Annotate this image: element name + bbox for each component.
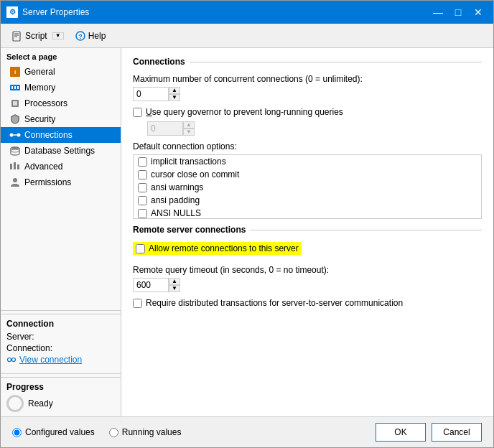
remote-section-line bbox=[250, 230, 482, 230]
max-connections-input-group: ▲ ▼ bbox=[133, 87, 482, 101]
help-label: Help bbox=[88, 31, 106, 41]
sidebar-item-permissions[interactable]: Permissions bbox=[1, 174, 121, 190]
connection-section-title: Connection bbox=[6, 319, 115, 329]
list-item: cursor close on commit bbox=[134, 168, 481, 181]
remote-timeout-input[interactable] bbox=[133, 278, 169, 292]
query-governor-input-group: ▲ ▼ bbox=[147, 121, 482, 136]
remote-section-header: Remote server connections bbox=[133, 225, 482, 235]
progress-title: Progress bbox=[6, 382, 115, 392]
connection-row: Connection: bbox=[6, 343, 115, 353]
allow-remote-label: Allow remote connections to this server bbox=[149, 243, 299, 253]
bottom-bar: Configured values Running values OK Canc… bbox=[1, 416, 493, 447]
main-content: Select a page i General Memory Processor… bbox=[1, 48, 493, 416]
svg-rect-13 bbox=[13, 101, 17, 106]
distributed-transactions-checkbox-row: Require distributed transactions for ser… bbox=[133, 298, 482, 308]
script-dropdown-arrow[interactable]: ▼ bbox=[52, 32, 64, 39]
remote-timeout-input-group: ▲ ▼ bbox=[133, 278, 482, 292]
svg-point-23 bbox=[8, 358, 11, 362]
sidebar-label-general: General bbox=[24, 67, 55, 77]
view-connection-row[interactable]: View connection bbox=[6, 355, 115, 365]
server-label: Server: bbox=[6, 332, 34, 342]
cancel-button[interactable]: Cancel bbox=[432, 423, 482, 442]
remote-timeout-label: Remote query timeout (in seconds, 0 = no… bbox=[133, 265, 482, 275]
sidebar-label-permissions: Permissions bbox=[24, 177, 71, 187]
cursor-close-checkbox[interactable] bbox=[138, 170, 147, 179]
query-governor-input[interactable] bbox=[147, 121, 183, 136]
default-connection-label: Default connection options: bbox=[133, 141, 482, 151]
advanced-icon bbox=[9, 161, 21, 172]
script-icon bbox=[11, 30, 23, 42]
sidebar: Select a page i General Memory Processor… bbox=[1, 48, 121, 416]
svg-rect-21 bbox=[17, 164, 19, 169]
svg-text:?: ? bbox=[78, 33, 83, 40]
connection-options-listbox[interactable]: implicit transactions cursor close on co… bbox=[133, 154, 482, 219]
sidebar-item-security[interactable]: Security bbox=[1, 111, 121, 127]
processors-icon bbox=[9, 98, 21, 109]
max-connections-input[interactable] bbox=[133, 87, 169, 101]
query-governor-down[interactable]: ▼ bbox=[183, 129, 195, 136]
svg-rect-9 bbox=[11, 86, 13, 89]
running-values-radio[interactable] bbox=[109, 428, 118, 437]
svg-point-24 bbox=[12, 358, 16, 362]
ansi-padding-checkbox[interactable] bbox=[138, 196, 147, 205]
title-bar-controls: — □ ✕ bbox=[429, 3, 488, 22]
database-settings-icon bbox=[9, 145, 21, 157]
list-item: ansi padding bbox=[134, 194, 481, 207]
view-connection-link[interactable]: View connection bbox=[19, 355, 82, 365]
remote-section-title: Remote server connections bbox=[133, 225, 250, 235]
distributed-transactions-checkbox[interactable] bbox=[133, 299, 142, 308]
sidebar-item-database-settings[interactable]: Database Settings bbox=[1, 143, 121, 159]
ansi-warnings-checkbox[interactable] bbox=[138, 183, 147, 192]
maximize-button[interactable]: □ bbox=[449, 3, 467, 22]
distributed-transactions-row: Require distributed transactions for ser… bbox=[133, 298, 482, 308]
connection-label: Connection: bbox=[6, 343, 52, 353]
toolbar: Script ▼ ? Help bbox=[1, 24, 493, 48]
sidebar-item-connections[interactable]: Connections bbox=[1, 127, 121, 143]
action-buttons: OK Cancel bbox=[376, 423, 482, 442]
max-connections-down[interactable]: ▼ bbox=[169, 94, 180, 101]
script-dropdown[interactable]: Script ▼ bbox=[6, 27, 64, 45]
sidebar-label-security: Security bbox=[24, 114, 55, 124]
allow-remote-row: Allow remote connections to this server bbox=[133, 242, 482, 259]
progress-section: Progress Ready bbox=[1, 377, 121, 416]
sidebar-label-advanced: Advanced bbox=[24, 162, 62, 172]
sidebar-item-processors[interactable]: Processors bbox=[1, 95, 121, 111]
query-governor-up[interactable]: ▲ bbox=[183, 121, 195, 129]
remote-timeout-down[interactable]: ▼ bbox=[169, 285, 180, 292]
allow-remote-checkbox[interactable] bbox=[136, 244, 145, 253]
link-icon bbox=[6, 355, 17, 365]
window-icon: ⚙ bbox=[6, 6, 18, 18]
configured-values-radio[interactable] bbox=[12, 428, 22, 437]
default-connection-row: Default connection options: implicit tra… bbox=[133, 141, 482, 219]
implicit-transactions-checkbox[interactable] bbox=[138, 157, 147, 167]
ok-button[interactable]: OK bbox=[376, 423, 426, 442]
help-button[interactable]: ? Help bbox=[70, 27, 111, 45]
script-button[interactable]: Script bbox=[6, 27, 52, 45]
content-area: Connections Maximum number of concurrent… bbox=[121, 48, 493, 416]
sidebar-item-advanced[interactable]: Advanced bbox=[1, 159, 121, 174]
sidebar-item-general[interactable]: i General bbox=[1, 64, 121, 80]
implicit-transactions-label: implicit transactions bbox=[151, 157, 226, 167]
configured-values-radio-row[interactable]: Configured values bbox=[12, 427, 95, 437]
svg-rect-11 bbox=[17, 86, 19, 89]
query-governor-checkbox[interactable] bbox=[133, 108, 142, 117]
running-values-radio-row[interactable]: Running values bbox=[109, 427, 182, 437]
ansi-nulls-label: ANSI NULLS bbox=[151, 208, 201, 218]
svg-rect-20 bbox=[14, 162, 16, 169]
close-button[interactable]: ✕ bbox=[469, 3, 488, 22]
default-connection-label-text: Default connection options: bbox=[133, 141, 237, 151]
allow-remote-checkbox-row: Allow remote connections to this server bbox=[133, 242, 302, 255]
query-governor-label: Use query governor to prevent long-runni… bbox=[146, 107, 343, 117]
svg-point-14 bbox=[10, 134, 14, 137]
minimize-button[interactable]: — bbox=[429, 3, 447, 22]
sidebar-item-memory[interactable]: Memory bbox=[1, 80, 121, 95]
general-icon: i bbox=[9, 66, 21, 78]
max-connections-up[interactable]: ▲ bbox=[169, 87, 180, 94]
server-row: Server: bbox=[6, 332, 115, 342]
title-bar: ⚙ Server Properties — □ ✕ bbox=[1, 1, 493, 24]
ansi-padding-label: ansi padding bbox=[151, 195, 200, 205]
sidebar-divider bbox=[1, 310, 121, 311]
script-label: Script bbox=[25, 31, 47, 41]
remote-timeout-up[interactable]: ▲ bbox=[169, 278, 180, 285]
ansi-nulls-checkbox[interactable] bbox=[138, 209, 147, 218]
